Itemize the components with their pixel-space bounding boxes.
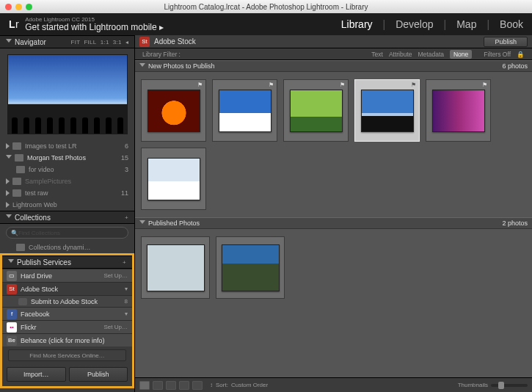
service-label: Behance (click for more info)	[21, 337, 105, 344]
module-library[interactable]: Library	[341, 18, 373, 30]
sort-dropdown[interactable]: Custom Order	[231, 382, 268, 388]
nav-3to1[interactable]: 3:1	[113, 39, 122, 46]
photo-cell[interactable]: ⚑	[212, 79, 277, 142]
app-header: Lr Adobe Lightroom CC 2015 Get started w…	[0, 13, 532, 35]
flag-icon[interactable]: ⚑	[411, 81, 416, 88]
folder-row[interactable]: Morgan Test Photos15	[0, 152, 134, 164]
add-collection-icon[interactable]: +	[125, 214, 128, 221]
folder-row[interactable]: SamplePictures	[0, 175, 134, 187]
adobestock-icon: St	[139, 37, 150, 47]
section-title: New Photos to Publish	[148, 62, 215, 70]
service-harddrive[interactable]: ▭ Hard Drive Set Up…	[2, 269, 132, 282]
module-picker: Library| Develop| Map| Book	[341, 18, 523, 30]
disclosure-icon	[139, 220, 145, 227]
nav-zoom-menu[interactable]: ◂	[125, 39, 128, 46]
identity-plate[interactable]: Get started with Lightroom mobile ▸	[25, 23, 164, 32]
flag-icon[interactable]: ⚑	[482, 81, 487, 88]
disclosure-icon	[6, 143, 10, 149]
service-label: Submit to Adobe Stock	[31, 298, 98, 305]
painter-icon[interactable]	[192, 381, 203, 390]
disclosure-icon	[6, 190, 10, 196]
photo-cell[interactable]: ⚑	[426, 79, 491, 142]
new-photos-header[interactable]: New Photos to Publish 6 photos	[135, 60, 532, 72]
zoom-window-icon[interactable]	[26, 4, 32, 10]
chevron-down-icon[interactable]: ▾	[125, 286, 128, 292]
collection-row[interactable]: Collections dynami…	[0, 242, 134, 253]
filter-metadata[interactable]: Metadata	[418, 51, 444, 58]
photo-cell[interactable]	[141, 148, 206, 210]
service-adobestock[interactable]: St Adobe Stock ▾	[2, 282, 132, 295]
flag-icon[interactable]: ⚑	[197, 81, 203, 88]
chevron-down-icon[interactable]: ▾	[125, 311, 128, 317]
photo-cell[interactable]	[216, 236, 285, 299]
secondary-bar: St Adobe Stock Publish	[135, 35, 532, 48]
publish-services-title: Publish Services	[17, 258, 71, 266]
view-survey-icon[interactable]	[179, 381, 189, 390]
behance-icon: Be	[7, 335, 17, 346]
nav-fit[interactable]: FIT	[71, 39, 81, 46]
collection-icon	[18, 298, 27, 305]
service-setup[interactable]: Set Up…	[104, 272, 128, 279]
folder-icon	[12, 142, 21, 150]
navigator-preview[interactable]	[7, 54, 128, 134]
service-flickr[interactable]: •• Flickr Set Up…	[2, 320, 132, 333]
publish-services-header[interactable]: Publish Services +	[2, 255, 132, 269]
view-grid-icon[interactable]	[139, 381, 150, 390]
flag-icon[interactable]: ⚑	[340, 81, 345, 88]
window-titlebar: Lightroom Catalog.lrcat - Adobe Photosho…	[0, 0, 532, 13]
grid-toolbar: ↕ Sort: Custom Order Thumbnails	[135, 377, 532, 392]
view-compare-icon[interactable]	[166, 381, 176, 390]
folder-icon	[12, 189, 21, 197]
close-window-icon[interactable]	[5, 4, 12, 10]
folder-row[interactable]: for video3	[0, 164, 134, 175]
publish-button[interactable]: Publish	[69, 367, 128, 382]
filters-toggle[interactable]: Filters Off	[484, 51, 511, 58]
flag-icon[interactable]: ⚑	[269, 81, 274, 88]
nav-fill[interactable]: FILL	[84, 39, 96, 46]
photo-cell[interactable]	[141, 236, 210, 299]
disclosure-icon	[6, 178, 10, 184]
import-button[interactable]: Import…	[7, 367, 66, 382]
service-title: Adobe Stock	[154, 37, 196, 46]
disclosure-icon	[6, 214, 12, 221]
service-setup[interactable]: Set Up…	[104, 324, 128, 330]
adobestock-icon: St	[7, 284, 17, 294]
photo-cell[interactable]: ⚑	[283, 79, 349, 142]
nav-1to1[interactable]: 1:1	[101, 39, 109, 46]
service-facebook[interactable]: f Facebook ▾	[2, 307, 132, 320]
filter-text[interactable]: Text	[371, 51, 383, 58]
module-map[interactable]: Map	[456, 18, 476, 30]
collections-header[interactable]: Collections +	[0, 211, 134, 224]
minimize-window-icon[interactable]	[15, 4, 22, 10]
module-develop[interactable]: Develop	[396, 18, 433, 30]
publish-button-top[interactable]: Publish	[484, 37, 528, 47]
sort-direction-icon[interactable]: ↕	[210, 382, 213, 388]
view-loupe-icon[interactable]	[153, 381, 163, 390]
disclosure-icon	[139, 63, 145, 70]
window-title: Lightroom Catalog.lrcat - Adobe Photosho…	[0, 3, 532, 11]
filter-none[interactable]: None	[450, 50, 472, 59]
collections-title: Collections	[15, 214, 51, 222]
collections-search[interactable]: 🔍 Find Collections	[6, 227, 128, 239]
folder-icon	[12, 178, 21, 185]
filter-attribute[interactable]: Attribute	[389, 51, 412, 58]
photo-cell[interactable]: ⚑	[141, 79, 206, 142]
published-photos-header[interactable]: Published Photos 2 photos	[135, 217, 532, 229]
main-area: St Adobe Stock Publish Library Filter : …	[135, 35, 532, 392]
app-logo: Lr	[9, 18, 19, 30]
service-behance[interactable]: Be Behance (click for more info)	[2, 333, 132, 346]
left-panel: Navigator FIT FILL 1:1 3:1 ◂ Images to t…	[0, 35, 135, 392]
lock-icon[interactable]: 🔒	[517, 51, 525, 58]
photo-cell[interactable]: ⚑	[354, 79, 420, 142]
add-service-icon[interactable]: +	[123, 259, 126, 266]
find-services-button[interactable]: Find More Services Online…	[8, 349, 126, 361]
folder-row[interactable]: Lightroom Web	[0, 199, 134, 211]
flickr-icon: ••	[7, 322, 17, 333]
folder-row[interactable]: test raw11	[0, 187, 134, 199]
folder-row[interactable]: Images to test LR6	[0, 140, 134, 152]
module-book[interactable]: Book	[500, 18, 523, 30]
thumbnail-size-slider[interactable]	[491, 384, 528, 387]
sort-label: Sort:	[216, 382, 228, 388]
navigator-header[interactable]: Navigator FIT FILL 1:1 3:1 ◂	[0, 35, 134, 48]
service-adobestock-sub[interactable]: Submit to Adobe Stock 8	[2, 295, 132, 307]
